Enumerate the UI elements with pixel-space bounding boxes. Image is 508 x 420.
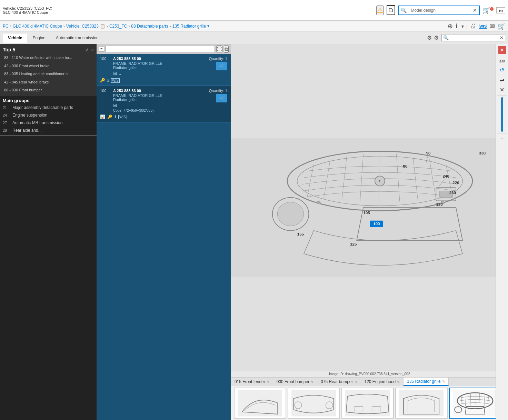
group-item-21[interactable]: 21 Major assembly detachable parts (0, 104, 97, 111)
breadcrumb-sep4: › (128, 24, 130, 29)
part-2-chart-icon[interactable]: 📊 (100, 114, 105, 119)
part-2-cart-button[interactable]: 🛒 (216, 94, 227, 102)
breadcrumb-dropdown-icon[interactable]: ▼ (207, 24, 210, 28)
diagram-zoom-out-button[interactable]: − (499, 135, 505, 143)
tab-gear-icon2[interactable]: ⚙ (434, 34, 439, 41)
tab-search-icon: 🔍 (442, 34, 450, 41)
svg-rect-38 (346, 390, 390, 416)
group-num-21: 21 (3, 106, 10, 110)
diagram-compare-button[interactable]: ⇌ (499, 76, 505, 84)
filter-button[interactable]: ▼ ! (461, 22, 468, 30)
thumb-135-image (452, 390, 498, 416)
parts-expand-button[interactable]: ⛶ (216, 46, 222, 52)
thumb-075-image (345, 390, 390, 416)
breadcrumb-vehicle-model[interactable]: GLC 400 d 4MATIC Coupe (13, 24, 62, 29)
copy-button[interactable]: ⧉ (387, 5, 395, 15)
wis-button[interactable]: WIS (479, 24, 487, 29)
thumb-tab-030[interactable]: 030 Front bumper ✎ (273, 378, 317, 386)
model-design-search: 🔍 ✕ (398, 6, 480, 15)
svg-text:330: 330 (479, 151, 486, 155)
top5-item-2[interactable]: 42 - 030 Front wheel brake (3, 62, 94, 70)
top5-minimize-button[interactable]: « (91, 47, 94, 52)
part-2-info-icon[interactable]: ℹ (114, 114, 116, 119)
part-1-key-icon[interactable]: 🔑 (100, 78, 105, 83)
thumb-tab-075[interactable]: 075 Rear bumper ✎ (317, 378, 361, 386)
tab-search-clear[interactable]: ✕ (498, 34, 505, 41)
part-2-grid-icon[interactable]: ⊞ (113, 102, 206, 108)
top5-item-5[interactable]: 88 - 030 Front bumper (3, 86, 94, 94)
search-icon-button[interactable]: 🔍 (399, 6, 409, 14)
language-button[interactable]: en (496, 7, 505, 13)
thumb-tab-135-edit-icon: ✎ (442, 380, 445, 383)
part-1-cart-button[interactable]: 🛒 (216, 62, 227, 70)
diagram-close-button[interactable]: ✕ (498, 46, 506, 54)
part-1-details: A 253 888 85 00 FRAME, RADIATOR GRILLE R… (113, 57, 206, 76)
svg-point-16 (317, 201, 320, 204)
cart-button[interactable]: 🛒+ (482, 7, 493, 14)
breadcrumb-sep3: › (107, 24, 108, 29)
thumb-015[interactable] (234, 388, 286, 419)
tab-gear-icon1[interactable]: ⚙ (427, 34, 432, 41)
diagram-right-tools: ✕ 330 ↺ ⇌ ✕ − (496, 44, 508, 420)
part-1-subname: Radiator grille (113, 66, 206, 70)
tab-engine[interactable]: Engine (27, 33, 50, 43)
svg-point-13 (277, 202, 304, 226)
part-1-grid-icon[interactable]: ⊞... (113, 70, 206, 76)
part-1-number: A 253 888 85 00 (113, 57, 206, 61)
part-2-key-icon[interactable]: 🔑 (107, 114, 112, 119)
print-button[interactable]: 🖨 (470, 22, 476, 30)
top5-item-4[interactable]: 42 - 045 Rear wheel brake (3, 78, 94, 87)
zoom-in-button[interactable]: ⊕ (448, 22, 453, 30)
thumb-tab-120-label: 120 Engine hood (365, 379, 396, 384)
breadcrumb-vehicle-id[interactable]: Vehicle: C253323 (66, 24, 99, 29)
diagram-area: ✕ 330 ↺ ⇌ ✕ − (231, 44, 508, 420)
svg-text:98: 98 (426, 151, 431, 155)
breadcrumb-current: 135 Radiator grille ▼ (172, 24, 210, 29)
tab-automatic-transmission[interactable]: Automatic transmission (51, 33, 104, 43)
thumb-075[interactable] (341, 388, 394, 419)
part-2-wis-icon[interactable]: WIS (118, 115, 127, 119)
parts-list-view-button[interactable]: ≡ (99, 46, 104, 52)
part-2-icons: 📊 🔑 ℹ WIS (100, 114, 227, 119)
tab-vehicle[interactable]: Vehicle (3, 33, 27, 43)
warning-button[interactable]: ⚠ (376, 6, 384, 15)
parts-search-input[interactable] (106, 46, 215, 52)
thumb-tab-135[interactable]: 135 Radiator grille ✎ (404, 378, 448, 386)
thumb-tab-015-label: 015 Front fender (235, 379, 265, 384)
group-item-27[interactable]: 27 Automatic MB transmission (0, 119, 97, 127)
breadcrumb-pc[interactable]: PC (3, 24, 9, 29)
mail-button[interactable]: ✉ (490, 22, 495, 30)
top5-item-1[interactable]: 83 - 110 Water deflector with intake bo.… (3, 54, 94, 62)
breadcrumb-c253fc[interactable]: C253_FC (109, 24, 127, 29)
breadcrumb-sep2: › (63, 24, 65, 29)
model-design-input[interactable] (409, 7, 471, 14)
diagram-main[interactable]: ✦ 100 98 80 240 220 230 130 105 155 125 (231, 44, 508, 371)
part-item-2: 100 A 253 888 83 00 FRAME, RADIATOR GRIL… (97, 86, 231, 122)
thumb-tab-120[interactable]: 120 Engine hood ✎ (361, 378, 404, 386)
group-item-24[interactable]: 24 Engine suspension (0, 111, 97, 119)
diagram-zoom-330-button[interactable]: 330 (498, 58, 506, 64)
top5-collapse-button[interactable]: ∧ (86, 47, 89, 52)
breadcrumb-sep1: › (10, 24, 11, 29)
breadcrumb-sep5: › (170, 24, 171, 29)
diagram-cancel-button[interactable]: ✕ (499, 86, 505, 94)
thumb-tab-030-edit-icon: ✎ (311, 380, 313, 384)
clear-search-button[interactable]: ✕ (471, 6, 479, 14)
top5-item-3[interactable]: 83 - 035 Heating and air conditioner h..… (3, 70, 94, 78)
group-item-28[interactable]: 28 Rear axle and... (0, 127, 97, 134)
thumb-120[interactable] (395, 388, 448, 419)
thumb-030[interactable] (288, 388, 340, 419)
svg-text:230: 230 (449, 191, 456, 195)
part-1-wis-icon[interactable]: WIS (111, 78, 120, 83)
parts-copy-button[interactable]: ⧉ (224, 46, 229, 53)
diagram-refresh-button[interactable]: ↺ (499, 66, 505, 74)
part-1-info-icon[interactable]: ℹ (107, 78, 109, 83)
tab-search-input[interactable] (450, 35, 498, 41)
cart-breadcrumb-button[interactable]: 🛒 (498, 22, 505, 30)
svg-rect-35 (292, 390, 336, 416)
info-button[interactable]: ℹ (456, 22, 458, 30)
thumb-135[interactable] (449, 388, 501, 419)
breadcrumb-detachable[interactable]: 88 Detachable parts (131, 24, 168, 29)
breadcrumb-radiator[interactable]: 135 Radiator grille (172, 24, 206, 29)
thumb-tab-015[interactable]: 015 Front fender ✎ (231, 378, 273, 386)
